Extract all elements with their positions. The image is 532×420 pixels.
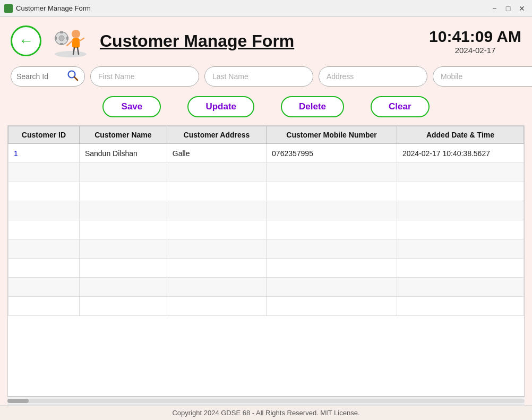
svg-rect-11 [55, 37, 57, 40]
col-customer-id: Customer ID [8, 126, 80, 144]
table-row[interactable] [8, 239, 524, 259]
table-row[interactable] [8, 163, 524, 182]
table-row[interactable] [8, 182, 524, 201]
scrollbar-thumb[interactable] [7, 399, 29, 403]
customer-table-container: Customer ID Customer Name Customer Addre… [7, 125, 525, 397]
mobile-input[interactable] [433, 66, 532, 87]
table-row[interactable] [8, 297, 524, 316]
maximize-button[interactable]: □ [502, 3, 514, 14]
table-header-row: Customer ID Customer Name Customer Addre… [8, 126, 524, 144]
last-name-input[interactable] [204, 66, 313, 87]
time-display: 10:41:09 AM [429, 28, 521, 46]
clear-button[interactable]: Clear [371, 96, 430, 117]
input-row [0, 62, 532, 91]
svg-point-1 [72, 30, 80, 38]
first-name-input[interactable] [90, 66, 199, 87]
search-icon [66, 69, 79, 84]
customer-table: Customer ID Customer Name Customer Addre… [8, 126, 524, 316]
col-customer-address: Customer Address [167, 126, 266, 144]
page-title: Customer Manage Form [100, 31, 294, 51]
footer: Copyright 2024 GDSE 68 - All Rights Rese… [0, 405, 532, 420]
svg-rect-10 [60, 43, 63, 45]
app-icon [4, 4, 13, 13]
svg-line-14 [74, 77, 78, 80]
table-row[interactable] [8, 259, 524, 278]
close-button[interactable]: ✕ [516, 3, 528, 14]
update-button[interactable]: Update [187, 96, 254, 117]
svg-point-8 [59, 36, 64, 41]
title-bar-left: Customer Manage Form [4, 4, 91, 13]
col-added-datetime: Added Date & Time [397, 126, 524, 144]
svg-point-0 [55, 51, 87, 57]
table-row[interactable]: 1Sandun DilshanGalle07623579952024-02-17… [8, 144, 524, 163]
svg-rect-9 [60, 31, 63, 33]
header-illustration [47, 22, 95, 59]
table-row[interactable] [8, 220, 524, 239]
delete-button[interactable]: Delete [281, 96, 344, 117]
col-customer-name: Customer Name [79, 126, 167, 144]
date-display: 2024-02-17 [429, 46, 521, 55]
scrollbar-track [7, 399, 525, 403]
col-customer-mobile: Customer Mobile Number [267, 126, 397, 144]
header: ← [0, 17, 532, 62]
save-button[interactable]: Save [102, 96, 161, 117]
search-id-input[interactable] [16, 72, 64, 81]
address-input[interactable] [319, 66, 427, 87]
main-content: ← [0, 17, 532, 420]
title-bar: Customer Manage Form − □ ✕ [0, 0, 532, 17]
header-left: ← [11, 22, 294, 59]
search-id-field[interactable] [11, 66, 85, 87]
table-row[interactable] [8, 201, 524, 220]
horizontal-scrollbar[interactable] [7, 397, 525, 405]
table-body: 1Sandun DilshanGalle07623579952024-02-17… [8, 144, 524, 316]
minimize-button[interactable]: − [488, 3, 500, 14]
svg-line-4 [80, 38, 84, 41]
svg-rect-2 [72, 38, 80, 48]
title-bar-controls: − □ ✕ [488, 3, 528, 14]
svg-line-3 [67, 41, 72, 46]
buttons-row: Save Update Delete Clear [0, 91, 532, 125]
svg-rect-12 [66, 37, 68, 40]
footer-text: Copyright 2024 GDSE 68 - All Rights Rese… [172, 409, 359, 417]
header-time-section: 10:41:09 AM 2024-02-17 [429, 28, 521, 55]
back-button[interactable]: ← [11, 25, 41, 56]
title-bar-label: Customer Manage Form [16, 4, 91, 12]
table-row[interactable] [8, 278, 524, 297]
